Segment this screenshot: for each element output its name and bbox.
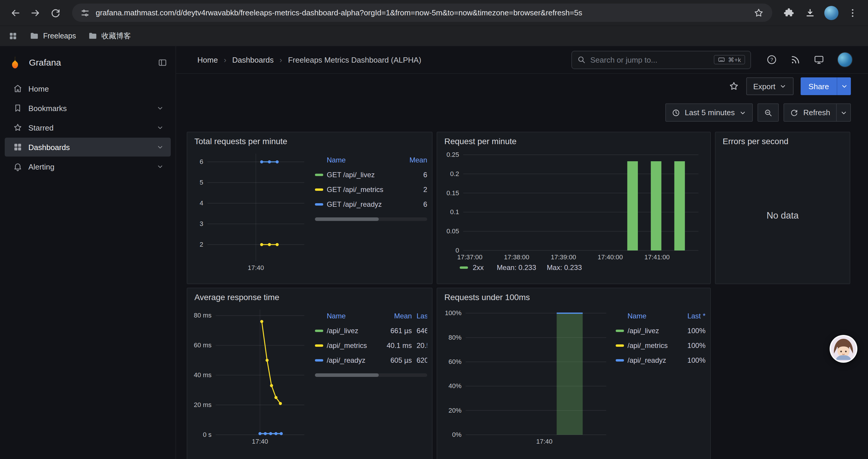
sidebar-item-home[interactable]: Home [5,79,171,98]
legend-header-name[interactable]: Name [627,312,677,320]
bookmark-folder-freeleaps[interactable]: Freeleaps [30,31,76,41]
legend-row[interactable]: /api/_metrics 40.1 ms 20.5 m [315,338,427,353]
legend-row[interactable]: GET /api/_metrics 2 [315,182,427,197]
panel-title[interactable]: Total requests per minute [187,132,432,148]
url-text: grafana.mathmast.com/d/deytv4rwavabkb/fr… [96,8,747,17]
refresh-button[interactable]: Refresh [784,103,837,122]
legend-row[interactable]: GET /api/_readyz 6 [315,197,427,211]
display-button[interactable] [814,54,824,65]
chevron-down-icon[interactable] [157,163,164,170]
star-icon [728,81,739,92]
legend-header-mean[interactable]: Mean [404,156,427,164]
apps-shortcut-button[interactable] [8,31,18,41]
brand-row: Grafana [0,50,176,78]
folder-icon [88,31,97,41]
profile-button[interactable] [822,3,841,22]
refresh-interval-button[interactable] [837,103,851,122]
extensions-button[interactable] [779,3,798,22]
legend-header: Name Mean Las [315,308,427,323]
bookmark-star-icon[interactable] [753,7,764,18]
export-button[interactable]: Export [746,77,794,95]
request-per-minute-chart[interactable]: 0.250.20.150.10.05017:37:0017:38:0017:39… [442,149,704,262]
chevron-down-icon[interactable] [157,124,164,131]
time-range-button[interactable]: Last 5 minutes [665,103,753,122]
top-nav: Home › Dashboards › Freeleaps Metrics Da… [176,46,868,74]
legend-row[interactable]: /api/_livez 661 µs 646 [315,323,427,338]
series-swatch [616,344,624,347]
zoom-out-button[interactable] [758,103,779,122]
legend-header-last[interactable]: Las [412,312,427,320]
svg-text:17:40:00: 17:40:00 [598,254,623,261]
chevron-down-icon[interactable] [157,104,164,112]
legend-row[interactable]: /api/_metrics 100% [616,338,706,353]
legend-row[interactable]: GET /api/_livez 6 [315,167,427,182]
help-button[interactable]: ? [766,54,777,65]
avatar-illustration [831,336,856,362]
reload-button[interactable] [46,3,65,22]
legend-header-last[interactable]: Last * [677,312,706,320]
scrollbar-thumb[interactable] [315,373,379,377]
svg-text:17:38:00: 17:38:00 [504,254,529,261]
breadcrumb-separator: › [279,55,282,64]
series-name: /api/_metrics [627,341,677,350]
url-bar[interactable]: grafana.mathmast.com/d/deytv4rwavabkb/fr… [72,4,772,22]
svg-text:80 ms: 80 ms [194,312,212,319]
share-label: Share [809,82,829,91]
sidebar-item-bookmarks[interactable]: Bookmarks [5,99,171,118]
series-swatch [315,344,323,347]
user-profile-button[interactable] [837,52,852,67]
legend-header-mean[interactable]: Mean [378,312,412,320]
export-label: Export [753,82,775,91]
panel-title[interactable]: Requests under 100ms [437,288,710,304]
legend-row[interactable]: /api/_readyz 605 µs 620 [315,353,427,367]
svg-text:0.2: 0.2 [450,170,459,177]
series-last: 620 [412,356,427,364]
share-button[interactable]: Share [801,77,837,95]
bookmarks-bar: Freeleaps 收藏博客 [0,26,868,46]
legend-scrollbar[interactable] [315,218,427,221]
panel-title[interactable]: Average response time [187,288,432,304]
panel-avg-response-time: Average response time 80 ms60 ms40 ms20 … [187,288,433,459]
svg-text:6: 6 [200,158,203,165]
series-name: /api/_readyz [327,356,378,364]
chevron-down-icon[interactable] [157,143,164,151]
legend-row[interactable]: /api/_readyz 100% [616,353,706,367]
avg-response-chart[interactable]: 80 ms60 ms40 ms20 ms0 s17:40 [192,305,311,447]
bookmark-folder-blogs[interactable]: 收藏博客 [88,31,131,41]
site-info-icon[interactable] [80,8,90,18]
search-placeholder: Search or jump to... [590,55,657,64]
sidebar-item-label: Alerting [28,162,54,171]
dock-menu-button[interactable] [158,58,167,67]
legend-row[interactable]: /api/_livez 100% [616,323,706,338]
panel-title[interactable]: Request per minute [437,132,710,148]
favorite-dashboard-button[interactable] [728,81,739,92]
series-mean: Mean: 0.233 [497,263,536,272]
svg-text:0%: 0% [452,431,462,438]
browser-menu-button[interactable] [843,3,862,22]
back-button[interactable] [6,3,25,22]
assistant-avatar[interactable] [830,335,857,363]
scrollbar-thumb[interactable] [315,218,379,221]
sidebar-item-starred[interactable]: Starred [5,118,171,137]
panel-title[interactable]: Errors per second [716,132,850,148]
share-menu-button[interactable] [837,77,851,95]
search-input[interactable]: Search or jump to... ⌘+k [571,51,751,69]
svg-text:2: 2 [200,241,203,248]
keyboard-icon [718,56,725,63]
legend-scrollbar[interactable] [315,373,427,377]
sidebar-item-alerting[interactable]: Alerting [5,157,171,176]
sidebar-item-dashboards[interactable]: Dashboards [5,138,171,157]
breadcrumb-home[interactable]: Home [197,55,218,64]
grafana-avatar [837,52,852,67]
total-requests-chart[interactable]: 6543217:40 [192,149,311,273]
forward-button[interactable] [26,3,45,22]
breadcrumb-dashboards[interactable]: Dashboards [232,55,274,64]
legend-header-name[interactable]: Name [327,156,404,164]
news-button[interactable] [790,54,801,65]
legend-inline[interactable]: 2xx Mean: 0.233 Max: 0.233 [442,262,706,275]
legend-header-name[interactable]: Name [327,312,378,320]
zoom-out-icon [764,108,773,117]
downloads-button[interactable] [801,3,819,22]
svg-text:0 s: 0 s [203,431,212,438]
under-100ms-chart[interactable]: 100%80%60%40%20%0%17:40 [442,305,612,447]
